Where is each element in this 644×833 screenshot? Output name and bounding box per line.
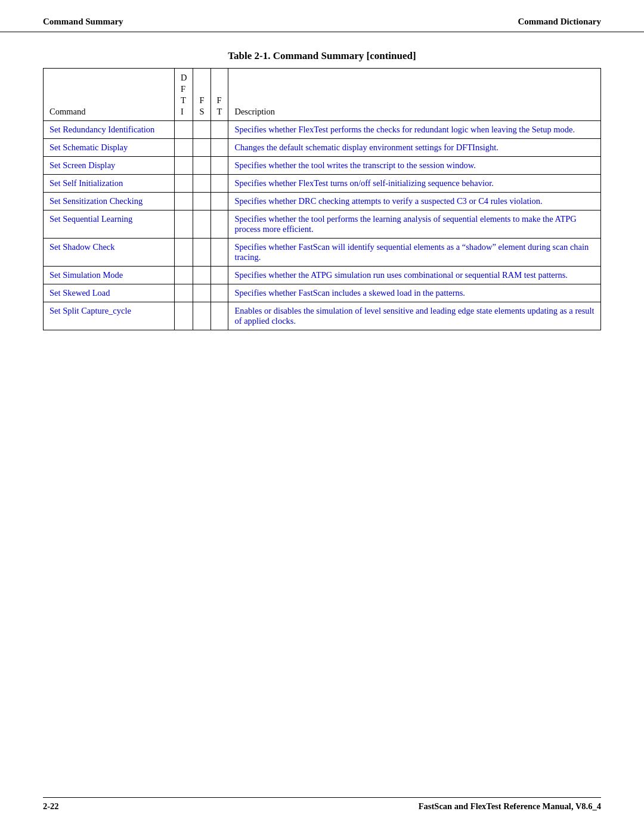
table-row: Set Screen DisplaySpecifies whether the … <box>44 157 601 175</box>
cmd-name-text: Set Redundancy Identification <box>49 125 154 134</box>
cmd-name-cell[interactable]: Set Self Initialization <box>44 175 175 193</box>
table-row: Set Shadow CheckSpecifies whether FastSc… <box>44 239 601 267</box>
table-row: Set Schematic DisplayChanges the default… <box>44 139 601 157</box>
desc-text: Enables or disables the simulation of le… <box>234 306 594 326</box>
cmd-name-cell[interactable]: Set Schematic Display <box>44 139 175 157</box>
ft-cell <box>210 210 228 239</box>
desc-text: Specifies whether FlexTest turns on/off … <box>234 178 493 188</box>
footer-manual-name: FastScan and FlexTest Reference Manual, … <box>419 801 601 812</box>
table-row: Set Simulation ModeSpecifies whether the… <box>44 267 601 284</box>
dfti-cell <box>175 157 193 175</box>
ft-cell <box>210 157 228 175</box>
cmd-name-text: Set Sensitization Checking <box>49 196 143 206</box>
ft-cell <box>210 239 228 267</box>
desc-cell: Specifies whether DRC checking attempts … <box>228 193 601 210</box>
desc-cell: Specifies whether the tool performs the … <box>228 210 601 239</box>
fs-cell <box>193 157 210 175</box>
fs-cell <box>193 139 210 157</box>
dfti-cell <box>175 139 193 157</box>
cmd-name-cell[interactable]: Set Shadow Check <box>44 239 175 267</box>
desc-text: Specifies whether the ATPG simulation ru… <box>234 270 568 280</box>
fs-cell <box>193 239 210 267</box>
cmd-name-text: Set Screen Display <box>49 160 115 170</box>
ft-cell <box>210 193 228 210</box>
cmd-name-cell[interactable]: Set Split Capture_cycle <box>44 302 175 330</box>
fs-cell <box>193 175 210 193</box>
cmd-name-text: Set Shadow Check <box>49 242 115 252</box>
cmd-name-text: Set Self Initialization <box>49 178 123 188</box>
table-row: Set Self InitializationSpecifies whether… <box>44 175 601 193</box>
fs-cell <box>193 267 210 284</box>
col-dfti-header: DFTI <box>175 69 193 121</box>
col-command-header: Command <box>44 69 175 121</box>
table-title: Table 2-1. Command Summary [continued] <box>43 50 601 62</box>
fs-cell <box>193 302 210 330</box>
ft-cell <box>210 267 228 284</box>
cmd-name-text: Set Schematic Display <box>49 143 128 152</box>
col-ft-header: FT <box>210 69 228 121</box>
dfti-cell <box>175 267 193 284</box>
ft-cell <box>210 284 228 302</box>
desc-cell: Specifies whether FlexTest performs the … <box>228 121 601 139</box>
fs-cell <box>193 284 210 302</box>
desc-cell: Changes the default schematic display en… <box>228 139 601 157</box>
dfti-cell <box>175 239 193 267</box>
desc-col-label: Description <box>234 107 275 116</box>
command-col-label: Command <box>49 107 85 116</box>
footer-page-number: 2-22 <box>43 801 59 812</box>
dfti-cell <box>175 175 193 193</box>
cmd-name-cell[interactable]: Set Redundancy Identification <box>44 121 175 139</box>
ft-cell <box>210 302 228 330</box>
table-row: Set Redundancy IdentificationSpecifies w… <box>44 121 601 139</box>
cmd-name-cell[interactable]: Set Skewed Load <box>44 284 175 302</box>
cmd-name-text: Set Split Capture_cycle <box>49 306 131 315</box>
desc-cell: Specifies whether FastScan includes a sk… <box>228 284 601 302</box>
page-wrapper: Command Summary Command Dictionary Table… <box>0 0 644 833</box>
table-row: Set Split Capture_cycleEnables or disabl… <box>44 302 601 330</box>
desc-text: Changes the default schematic display en… <box>234 143 499 152</box>
fs-cell <box>193 121 210 139</box>
ft-cell <box>210 121 228 139</box>
col-desc-header: Description <box>228 69 601 121</box>
command-table: Command DFTI FS FT Description Set Redun… <box>43 68 601 330</box>
page-footer: 2-22 FastScan and FlexTest Reference Man… <box>43 797 601 812</box>
fs-cell <box>193 210 210 239</box>
desc-text: Specifies whether FlexTest performs the … <box>234 125 575 134</box>
col-fs-header: FS <box>193 69 210 121</box>
table-row: Set Sequential LearningSpecifies whether… <box>44 210 601 239</box>
cmd-name-text: Set Simulation Mode <box>49 270 123 280</box>
desc-cell: Specifies whether FlexTest turns on/off … <box>228 175 601 193</box>
dfti-cell <box>175 210 193 239</box>
cmd-name-cell[interactable]: Set Simulation Mode <box>44 267 175 284</box>
desc-text: Specifies whether FastScan includes a sk… <box>234 288 465 298</box>
desc-cell: Specifies whether the tool writes the tr… <box>228 157 601 175</box>
table-row: Set Skewed LoadSpecifies whether FastSca… <box>44 284 601 302</box>
fs-cell <box>193 193 210 210</box>
desc-text: Specifies whether FastScan will identify… <box>234 242 589 262</box>
dfti-cell <box>175 193 193 210</box>
dfti-cell <box>175 302 193 330</box>
cmd-name-cell[interactable]: Set Sensitization Checking <box>44 193 175 210</box>
cmd-name-text: Set Sequential Learning <box>49 214 132 224</box>
desc-cell: Enables or disables the simulation of le… <box>228 302 601 330</box>
page-header: Command Summary Command Dictionary <box>0 0 644 32</box>
header-right: Command Dictionary <box>518 17 601 27</box>
desc-text: Specifies whether the tool writes the tr… <box>234 160 476 170</box>
desc-cell: Specifies whether the ATPG simulation ru… <box>228 267 601 284</box>
desc-text: Specifies whether the tool performs the … <box>234 214 576 234</box>
table-row: Set Sensitization CheckingSpecifies whet… <box>44 193 601 210</box>
ft-cell <box>210 175 228 193</box>
ft-cell <box>210 139 228 157</box>
desc-text: Specifies whether DRC checking attempts … <box>234 196 542 206</box>
desc-cell: Specifies whether FastScan will identify… <box>228 239 601 267</box>
cmd-name-text: Set Skewed Load <box>49 288 110 298</box>
cmd-name-cell[interactable]: Set Sequential Learning <box>44 210 175 239</box>
dfti-cell <box>175 284 193 302</box>
main-content: Table 2-1. Command Summary [continued] C… <box>0 32 644 366</box>
dfti-cell <box>175 121 193 139</box>
cmd-name-cell[interactable]: Set Screen Display <box>44 157 175 175</box>
header-left: Command Summary <box>43 17 123 27</box>
